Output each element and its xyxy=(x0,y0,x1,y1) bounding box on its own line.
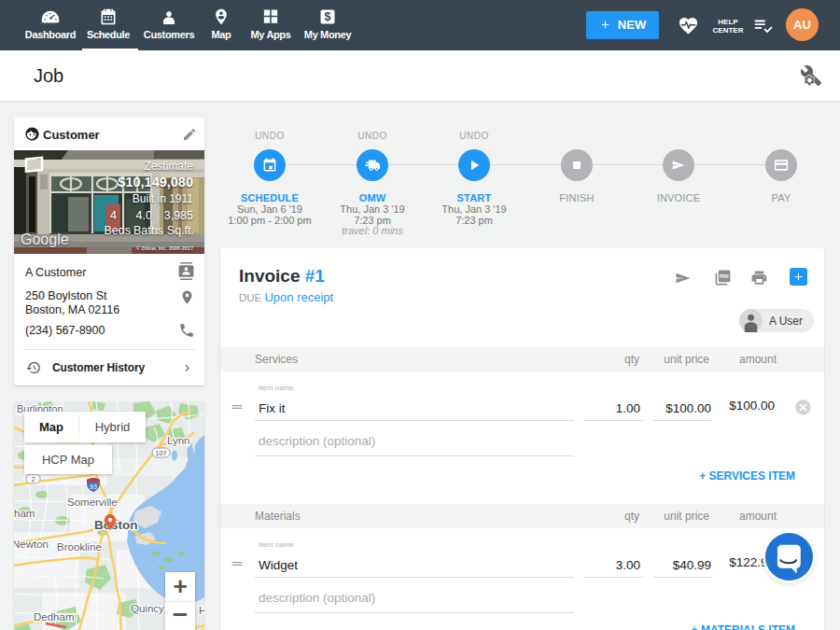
svg-text:$: $ xyxy=(325,10,331,23)
svg-text:Quincy: Quincy xyxy=(131,603,164,614)
svg-text:4: 4 xyxy=(110,209,117,222)
svg-text:Hi: Hi xyxy=(199,605,204,616)
svg-text:ham: ham xyxy=(14,508,35,519)
svg-text:4.0: 4.0 xyxy=(136,209,152,222)
svg-text:PDF: PDF xyxy=(720,273,729,279)
svg-text:Somerville: Somerville xyxy=(67,497,118,508)
svg-text:Beds: Beds xyxy=(105,224,132,237)
svg-text:2: 2 xyxy=(31,475,35,483)
svg-text:107: 107 xyxy=(155,449,167,457)
svg-text:93: 93 xyxy=(90,483,97,490)
svg-text:Dedham: Dedham xyxy=(34,611,74,623)
svg-text:Built in 1911: Built in 1911 xyxy=(133,192,193,205)
svg-text:Sq.ft.: Sq.ft. xyxy=(167,224,194,237)
svg-text:Google: Google xyxy=(21,231,69,247)
svg-text:Boston: Boston xyxy=(94,518,138,532)
svg-text:Lynn: Lynn xyxy=(167,435,190,446)
svg-text:Baths: Baths xyxy=(133,224,163,237)
svg-text:© Zillow, Inc. 2006-2017: © Zillow, Inc. 2006-2017 xyxy=(136,245,193,251)
svg-text:$10,149,080: $10,149,080 xyxy=(118,175,193,189)
svg-text:Newton: Newton xyxy=(14,539,49,550)
svg-text:Zestimate: Zestimate xyxy=(144,160,193,173)
svg-text:Brookline: Brookline xyxy=(57,541,102,553)
svg-text:3,985: 3,985 xyxy=(164,209,193,222)
